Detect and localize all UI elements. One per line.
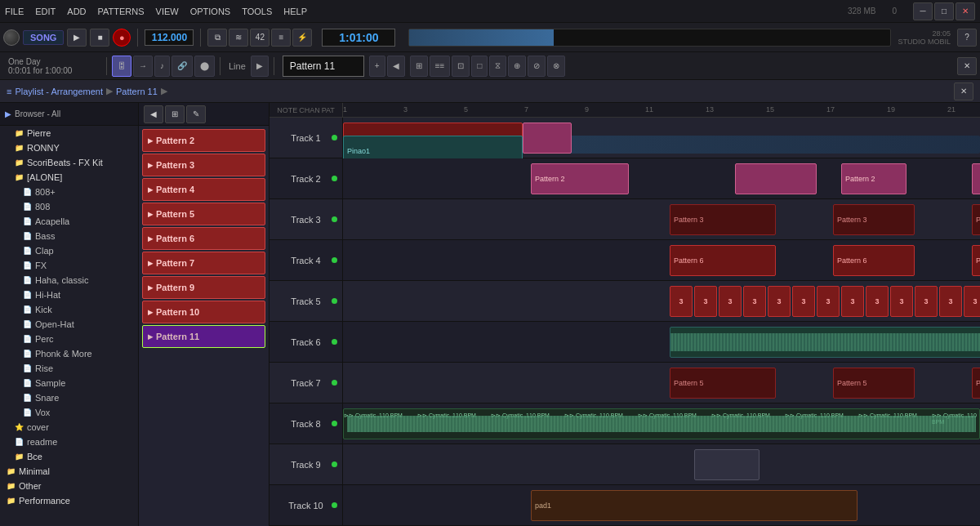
sidebar-item[interactable]: 📄Hi-Hat (0, 288, 138, 302)
track-block[interactable] (523, 123, 572, 154)
playlist-close-btn[interactable]: ✕ (954, 82, 973, 100)
menu-options[interactable]: OPTIONS (190, 7, 231, 16)
track-block[interactable]: 3 (964, 286, 980, 317)
playlist-title[interactable]: Playlist - Arrangement (15, 87, 103, 96)
track-block[interactable]: Pattern 5 (833, 368, 915, 399)
track-block[interactable]: 3 (866, 286, 889, 317)
track-block[interactable]: Pattern 5 (670, 368, 776, 399)
track-row[interactable]: 33333333333333333333333333 (343, 281, 980, 322)
track-row[interactable]: Pattern 3Pattern 3Pattern 3Pattern 3 (343, 199, 980, 240)
close-btn[interactable]: ✕ (956, 2, 975, 20)
tb2-extra-4[interactable]: □ (471, 56, 488, 77)
track-block[interactable]: Pattern 6 (972, 245, 980, 276)
track-block[interactable]: 3 (890, 286, 913, 317)
time-slider[interactable] (408, 29, 891, 47)
sidebar-item[interactable]: 📁Minimal (0, 464, 138, 479)
pattern-item[interactable]: ▶Pattern 11 (142, 325, 265, 348)
track-row[interactable]: Pattern 2Pattern 2Pattern 2Pattern 2 (343, 158, 980, 199)
sidebar-dropdown[interactable]: ▶ (5, 109, 11, 118)
track-block[interactable]: 3 (670, 286, 693, 317)
maximize-btn[interactable]: □ (934, 2, 954, 20)
sidebar-item[interactable]: 📄readme (0, 435, 138, 449)
menu-view[interactable]: VIEW (156, 7, 179, 16)
pattern-item[interactable]: ▶Pattern 7 (142, 252, 265, 274)
transport-extra-5[interactable]: ⚡ (292, 29, 312, 47)
transport-extra-3[interactable]: 42 (250, 29, 270, 47)
sidebar-item[interactable]: 📁Other (0, 479, 138, 493)
menu-patterns[interactable]: PATTERNS (98, 7, 145, 16)
pattern-add-btn[interactable]: + (369, 56, 385, 77)
track-block[interactable]: 3 (841, 286, 864, 317)
record-btn[interactable]: ● (113, 29, 131, 47)
track-block[interactable]: Pattern 5 (972, 368, 980, 399)
transport-extra-1[interactable]: ⧉ (207, 29, 227, 47)
track-block[interactable]: 3 (915, 286, 938, 317)
tb2-extra-3[interactable]: ⊡ (452, 56, 470, 77)
sidebar-item[interactable]: 📄Perc (0, 332, 138, 346)
sidebar-item[interactable]: 📁[ALONE] (0, 170, 138, 185)
sidebar-item[interactable]: 📄Bass (0, 229, 138, 243)
close-playlist-btn[interactable]: ✕ (957, 57, 977, 75)
sidebar-item[interactable]: 📄Haha, classic (0, 273, 138, 288)
sidebar-item[interactable]: 📁Pierre (0, 126, 138, 140)
sidebar-item[interactable]: 📄Kick (0, 302, 138, 317)
track-block[interactable] (694, 449, 760, 480)
track-row[interactable]: pad1 (343, 485, 980, 526)
sidebar-item[interactable]: 📁Все (0, 449, 138, 464)
stop-btn[interactable]: ■ (90, 29, 109, 47)
tb2-extra-2[interactable]: ≡≡ (430, 56, 451, 77)
sidebar-item[interactable]: 📄808 (0, 199, 138, 214)
track-block[interactable]: Pattern 3 (972, 204, 980, 235)
link-btn[interactable]: 🔗 (172, 56, 193, 77)
line-right-btn[interactable]: ▶ (251, 56, 269, 77)
track-block[interactable]: 3 (939, 286, 962, 317)
sidebar-item[interactable]: 📄Vox (0, 405, 138, 420)
track-block[interactable]: 3 (719, 286, 742, 317)
pattern-prev-btn[interactable]: ◀ (387, 56, 405, 77)
track-block[interactable]: 3 (743, 286, 766, 317)
pattern-item[interactable]: ▶Pattern 9 (142, 276, 265, 299)
sidebar-item[interactable]: 📄FX (0, 258, 138, 273)
tb2-extra-8[interactable]: ⊗ (547, 56, 565, 77)
current-pattern[interactable]: Pattern 11 (283, 56, 364, 77)
menu-tools[interactable]: TOOLS (242, 7, 272, 16)
pattern-panel-btn1[interactable]: ⊞ (165, 105, 185, 123)
menu-edit[interactable]: EDIT (35, 7, 56, 16)
stamp-btn[interactable]: ⬤ (194, 56, 215, 77)
help-btn[interactable]: ? (957, 29, 977, 47)
pattern-item[interactable]: ▶Pattern 10 (142, 301, 265, 323)
transport-extra-2[interactable]: ≋ (229, 29, 248, 47)
track-block[interactable]: Pattern 2 (841, 163, 906, 194)
tb2-extra-1[interactable]: ⊞ (410, 56, 428, 77)
track-block[interactable]: Pattern 3 (670, 204, 776, 235)
bpm-display[interactable]: 112.000 (145, 29, 194, 46)
menu-add[interactable]: ADD (67, 7, 86, 16)
tb2-extra-6[interactable]: ⊕ (508, 56, 526, 77)
track-block[interactable] (972, 163, 980, 194)
transport-extra-4[interactable]: ≡ (271, 29, 291, 47)
track-block[interactable]: ⊳⊳ Cymatic..110 BPM⊳⊳ Cymatic..110 BPM⊳⊳… (343, 408, 980, 439)
sidebar-item[interactable]: 📄Rise (0, 361, 138, 376)
piano-btn[interactable]: ♪ (154, 56, 170, 77)
pattern-panel-collapse[interactable]: ◀ (144, 105, 163, 123)
track-row[interactable] (343, 444, 980, 485)
track-block[interactable]: 3 (792, 286, 815, 317)
tb2-extra-7[interactable]: ⊘ (528, 56, 546, 77)
minimize-btn[interactable]: ─ (913, 2, 933, 20)
sidebar-item[interactable]: 📁Performance (0, 493, 138, 508)
sidebar-item[interactable]: 📄Sample (0, 376, 138, 390)
playlist-current[interactable]: Pattern 11 (116, 87, 158, 96)
pattern-item[interactable]: ▶Pattern 4 (142, 178, 265, 201)
play-btn[interactable]: ▶ (67, 29, 87, 47)
track-row[interactable]: Pattern 6Pattern 6Pattern 6Pattern 6 (343, 240, 980, 281)
sidebar-item[interactable]: 📄Phonk & More (0, 346, 138, 361)
track-block[interactable]: 3 (817, 286, 840, 317)
mixer-btn[interactable]: 🎛 (112, 56, 131, 77)
sidebar-item[interactable]: 📄Snare (0, 390, 138, 405)
track-block[interactable]: Pattern 6 (833, 245, 915, 276)
track-block[interactable]: Pattern 3 (833, 204, 915, 235)
track-block[interactable] (735, 163, 817, 194)
track-block[interactable]: 3 (694, 286, 717, 317)
track-block[interactable]: Pattern 6 (670, 245, 776, 276)
sidebar-item[interactable]: 📄Open-Hat (0, 317, 138, 332)
